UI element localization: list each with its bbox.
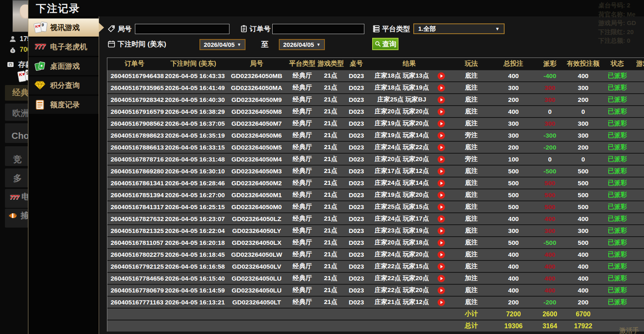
cell-status: 已派彩 [602,107,633,116]
modal-content: 局号 订单号 平台类型 1.全部 ▼ 下注时间 (美东) 2026/04/05 [99,16,644,334]
play-video-icon[interactable] [438,227,445,235]
cell-status: 已派彩 [602,167,633,175]
cell-table: D023 [345,96,368,104]
svg-text:◆: ◆ [40,64,43,67]
menu-item-4[interactable]: 额度记录 [28,96,99,114]
play-video-icon[interactable] [438,299,445,306]
column-header-11: 状态 [602,60,633,68]
menu-item-1[interactable]: 777电子老虎机 [28,38,99,56]
cell-table: D023 [345,227,368,235]
cell-game-type: 21点 [316,262,345,271]
cell-time: 2026-04-05 16:33:15 [162,144,225,151]
column-header-0: 订单号 [107,60,162,68]
cell-payout: 400 [535,263,565,270]
round-filter-label: 局号 [118,24,132,34]
cell-table: D023 [345,84,368,92]
platform-select[interactable]: 1.全部 ▼ [413,23,505,34]
platform-list-icon [372,25,380,33]
money-bag-icon: $ [8,45,17,54]
play-video-icon[interactable] [438,239,445,246]
bg-nav-fishing[interactable]: 捕 [9,210,28,221]
cell-platform: 经典厅 [288,167,316,175]
menu-item-3[interactable]: 积分查询 [28,76,99,94]
cell-platform: 经典厅 [288,250,316,259]
date-to-picker[interactable]: 2026/04/05 ▼ [279,39,325,50]
bg-nav-jingmi[interactable]: 竞 [13,154,22,165]
cell-game-type: 21点 [316,131,345,140]
play-video-icon[interactable] [438,108,445,115]
play-video-icon[interactable] [438,203,445,211]
cell-time: 2026-04-05 16:16:58 [162,263,225,270]
cell-result: 庄家22点 玩家20点 [368,274,451,283]
cell-play-type: 旁注 [451,155,492,164]
cell-bet: 400 [492,251,535,258]
column-header-4: 游戏类型 [316,60,345,68]
cell-payout: 300 [535,227,565,235]
play-video-icon[interactable] [438,120,445,127]
cell-play-type: 底注 [451,226,492,235]
play-video-icon[interactable] [438,263,445,270]
play-video-icon[interactable] [438,287,445,294]
cell-play-type: 底注 [451,83,492,92]
play-video-icon[interactable] [438,180,445,187]
cell-game-type: 21点 [316,107,345,116]
cell-status: 已派彩 [602,191,633,199]
play-video-icon[interactable] [438,215,445,223]
cell-status: 已派彩 [602,298,633,306]
play-video-icon[interactable] [438,156,445,163]
cell-order: 260405167792125 [107,263,162,270]
order-input[interactable] [272,24,364,34]
play-video-icon[interactable] [438,96,445,104]
bg-nav-duotai[interactable]: 多 [13,173,22,184]
table-row: 2604051678613412026-04-05 16:28:46GD0232… [107,177,644,189]
modal-title-bar: 下注记录 [28,0,644,16]
subtotal-valid: 6700 [565,311,602,318]
date-from-picker[interactable]: 2026/04/05 ▼ [199,39,246,50]
to-label: 至 [261,39,269,49]
deposit-icon: $ [7,60,16,69]
cell-platform: 经典厅 [288,131,316,140]
play-video-icon[interactable] [438,84,445,92]
cell-result: 庄家22点 玩家15点 [368,262,451,271]
play-video-icon[interactable] [438,132,445,139]
cell-payout: 400 [535,251,565,258]
cell-status: 已派彩 [602,250,633,259]
cell-order: 260405167898623 [107,132,162,139]
bg-nav-europe[interactable]: 欧洲 [12,108,29,119]
cell-order: 260405167935965 [107,84,162,92]
cell-valid: 300 [565,84,602,92]
cell-round: GD023264050M2 [225,180,288,187]
cell-platform: 经典厅 [288,179,316,187]
query-button[interactable]: 查询 [372,38,398,50]
play-video-icon[interactable] [438,251,445,258]
bg-nav-classic[interactable]: 经典 [12,87,29,98]
date-from-value: 2026/04/05 [204,41,235,48]
table-row: 2604051679283422026-04-05 16:40:30GD0232… [107,94,644,105]
cell-result: 庄家24点 玩家22点 [368,143,451,152]
play-video-icon[interactable] [438,168,445,175]
play-video-icon[interactable] [438,144,445,151]
cell-game-type: 21点 [316,119,345,128]
play-video-icon[interactable] [438,191,445,199]
cell-valid: 500 [565,168,602,175]
total-valid: 17922 [565,322,602,330]
cell-order: 260405167811057 [107,239,162,246]
round-input[interactable] [135,24,229,34]
play-video-icon[interactable] [438,275,445,282]
cell-game-type: 21点 [316,71,345,80]
cell-table: D023 [345,120,368,127]
cell-valid: 0 [565,156,602,163]
menu-item-0[interactable]: K♥9视讯游戏 [28,18,99,37]
cell-platform: 经典厅 [288,83,316,92]
table-row: 2604051678110572026-04-05 16:20:18GD0232… [107,237,644,248]
column-header-12: 游戏 [633,60,644,68]
cell-payout: 300 [535,84,565,92]
cell-valid: 300 [565,132,602,139]
menu-item-2[interactable]: ◆桌面游戏 [28,57,99,75]
cell-order: 260405167861341 [107,180,162,187]
table-row: 2604051678692802026-04-05 16:30:10GD0232… [107,166,644,177]
cell-platform: 经典厅 [288,226,316,235]
cell-round: GD023264050MA [225,84,288,92]
play-video-icon[interactable] [438,72,445,80]
table-row: 2604051678866132026-04-05 16:33:15GD0232… [107,142,644,153]
